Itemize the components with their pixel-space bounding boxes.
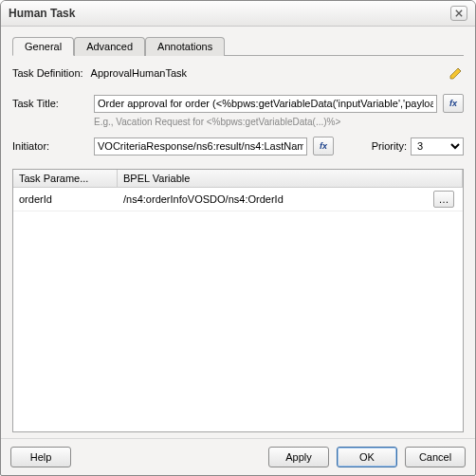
tab-annotations[interactable]: Annotations [145, 37, 225, 56]
cell-bpel: /ns4:orderInfoVOSDO/ns4:OrderId … [118, 188, 463, 211]
task-title-row: Task Title: fx [12, 94, 464, 113]
task-definition-value: ApprovalHumanTask [91, 67, 188, 79]
column-bpel-variable[interactable]: BPEL Variable [118, 170, 463, 187]
edit-icon[interactable] [449, 65, 464, 81]
priority-select[interactable]: 3 [411, 137, 464, 156]
fx-icon: fx [320, 141, 327, 151]
close-button[interactable] [450, 6, 467, 21]
initiator-row: Initiator: fx Priority: 3 [12, 137, 464, 156]
table-header: Task Parame... BPEL Variable [13, 170, 463, 188]
priority-group: Priority: 3 [372, 137, 464, 156]
help-button[interactable]: Help [10, 447, 71, 467]
cell-bpel-value: /ns4:orderInfoVOSDO/ns4:OrderId [123, 193, 284, 205]
task-title-label: Task Title: [12, 98, 88, 109]
task-title-hint: E.g., Vacation Request for <%bpws:getVar… [94, 117, 464, 127]
tab-bar: General Advanced Annotations [12, 36, 464, 56]
task-title-expression-button[interactable]: fx [443, 94, 464, 113]
table-row[interactable]: orderId /ns4:orderInfoVOSDO/ns4:OrderId … [13, 188, 463, 211]
task-title-input[interactable] [94, 95, 437, 113]
task-definition-row: Task Definition: ApprovalHumanTask [12, 65, 464, 81]
dialog-content: General Advanced Annotations Task Defini… [1, 27, 475, 438]
initiator-expression-button[interactable]: fx [313, 137, 334, 156]
priority-label: Priority: [372, 140, 407, 152]
table-body: orderId /ns4:orderInfoVOSDO/ns4:OrderId … [13, 188, 463, 431]
apply-button[interactable]: Apply [268, 447, 329, 467]
initiator-input[interactable] [94, 137, 307, 156]
cell-param: orderId [13, 191, 118, 208]
task-definition-label: Task Definition: [12, 67, 83, 79]
ellipsis-icon: … [439, 193, 449, 205]
fx-icon: fx [449, 99, 457, 108]
titlebar: Human Task [1, 1, 475, 27]
parameters-table: Task Parame... BPEL Variable orderId /ns… [12, 169, 464, 432]
cancel-button[interactable]: Cancel [405, 447, 466, 467]
bpel-browse-button[interactable]: … [433, 191, 454, 208]
close-icon [455, 9, 463, 17]
initiator-label: Initiator: [12, 140, 88, 152]
tab-general[interactable]: General [12, 37, 74, 56]
column-task-parameter[interactable]: Task Parame... [13, 170, 118, 187]
human-task-dialog: Human Task General Advanced Annotations … [0, 0, 476, 476]
ok-button[interactable]: OK [337, 447, 397, 467]
dialog-title: Human Task [9, 7, 75, 20]
tab-advanced[interactable]: Advanced [74, 37, 145, 56]
dialog-footer: Help Apply OK Cancel [1, 438, 475, 475]
